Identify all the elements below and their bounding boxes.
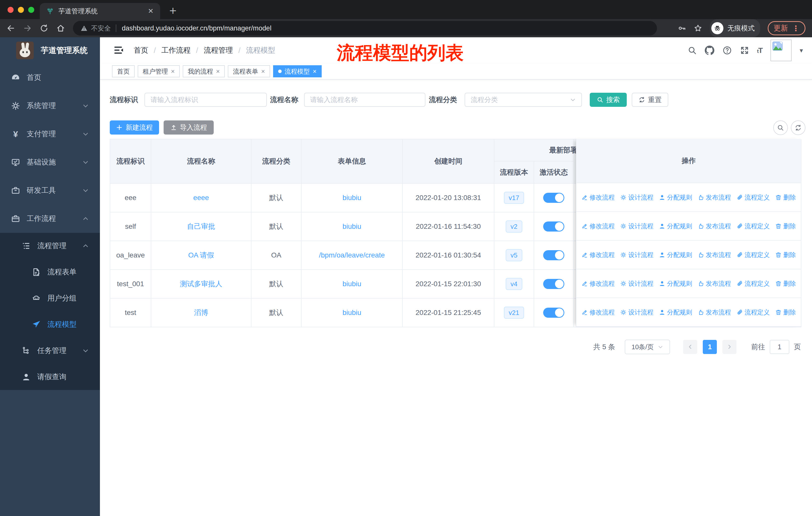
action-edit-process[interactable]: 修改流程 [581,279,615,288]
import-process-button[interactable]: 导入流程 [164,120,214,135]
maximize-window-button[interactable] [28,7,34,13]
prev-page-button[interactable]: ‹ [683,340,697,354]
cell-process-name-link[interactable]: OA 请假 [151,241,252,270]
sidebar-item-system[interactable]: 系统管理 [0,92,100,120]
key-icon[interactable] [677,24,686,32]
action-delete[interactable]: 删除 [775,222,796,230]
url-text[interactable]: dashboard.yudao.iocoder.cn/bpm/manager/m… [122,24,271,32]
tag-close-icon[interactable]: × [216,67,220,75]
action-edit-process[interactable]: 修改流程 [581,308,615,317]
action-process-definition[interactable]: 流程定义 [736,193,770,201]
cell-process-name-link[interactable]: eeee [151,184,252,212]
action-edit-process[interactable]: 修改流程 [581,222,615,230]
tag-process-model[interactable]: 流程模型 × [273,65,322,77]
filter-name-input[interactable] [304,93,425,107]
sidebar-item-infrastructure[interactable]: 基础设施 [0,148,100,176]
active-toggle[interactable] [543,308,564,318]
sidebar-item-payment[interactable]: ¥ 支付管理 [0,120,100,148]
action-design-process[interactable]: 设计流程 [620,193,654,201]
sidebar-item-task-management[interactable]: 任务管理 [0,337,100,364]
cell-form-link[interactable]: biubiu [301,299,403,327]
sidebar-item-leave-query[interactable]: 请假查询 [0,364,100,390]
action-process-definition[interactable]: 流程定义 [736,279,770,288]
avatar[interactable] [771,39,792,61]
action-process-definition[interactable]: 流程定义 [736,308,770,317]
action-edit-process[interactable]: 修改流程 [581,193,615,201]
hamburger-collapse-icon[interactable] [114,45,124,55]
filter-category-select[interactable]: 流程分类 [465,93,582,107]
hide-search-button[interactable] [773,120,788,135]
new-tab-button[interactable]: ＋ [167,2,179,18]
cell-process-name-link[interactable]: 测试多审批人 [151,270,252,299]
tag-tenant[interactable]: 租户管理 × [138,65,180,77]
fullscreen-icon[interactable] [740,46,749,55]
action-publish-process[interactable]: 发布流程 [698,308,731,317]
active-toggle[interactable] [543,193,564,203]
tag-close-icon[interactable]: × [313,67,317,75]
action-process-definition[interactable]: 流程定义 [736,222,770,230]
forward-icon[interactable] [23,24,32,32]
tag-process-form[interactable]: 流程表单 × [228,65,270,77]
tag-close-icon[interactable]: × [171,67,175,75]
action-process-definition[interactable]: 流程定义 [736,251,770,259]
action-design-process[interactable]: 设计流程 [620,308,654,317]
reset-button[interactable]: 重置 [632,93,668,107]
sidebar-item-process-model[interactable]: 流程模型 [0,311,100,337]
cell-process-name-link[interactable]: 自己审批 [151,212,252,241]
search-button[interactable]: 搜索 [590,93,627,107]
bookmark-star-icon[interactable] [694,24,702,32]
sidebar-item-process-management[interactable]: 流程管理 [0,233,100,259]
action-design-process[interactable]: 设计流程 [620,251,654,259]
refresh-table-button[interactable] [791,120,806,135]
tag-close-icon[interactable]: × [261,67,265,75]
search-icon[interactable] [688,46,697,55]
filter-key-input[interactable] [144,93,267,107]
cell-form-link[interactable]: biubiu [301,212,403,241]
action-publish-process[interactable]: 发布流程 [698,222,731,230]
cell-process-name-link[interactable]: 滔博 [151,299,252,327]
action-publish-process[interactable]: 发布流程 [698,193,731,201]
action-assign-rule[interactable]: 分配规则 [659,251,692,259]
sidebar-item-dev-tools[interactable]: 研发工具 [0,176,100,205]
sidebar-item-user-group[interactable]: 用户分组 [0,285,100,311]
action-assign-rule[interactable]: 分配规则 [659,222,692,230]
active-toggle[interactable] [543,221,564,232]
close-window-button[interactable] [7,7,13,13]
help-icon[interactable] [722,46,732,55]
action-delete[interactable]: 删除 [775,251,796,259]
cell-form-link[interactable]: /bpm/oa/leave/create [301,241,403,270]
browser-tab[interactable]: 芋道管理系统 ✕ [40,3,160,19]
update-chrome-button[interactable]: 更新 ⋮ [768,21,806,35]
action-publish-process[interactable]: 发布流程 [698,279,731,288]
action-assign-rule[interactable]: 分配规则 [659,308,692,317]
cell-form-link[interactable]: biubiu [301,270,403,299]
browser-menu-dots-icon[interactable]: ⋮ [792,24,800,33]
avatar-caret-icon[interactable]: ▾ [800,47,803,54]
next-page-button[interactable]: › [722,340,736,354]
action-delete[interactable]: 删除 [775,193,796,201]
current-page-button[interactable]: 1 [703,340,717,354]
sidebar-item-home[interactable]: 首页 [0,63,100,92]
tab-close-icon[interactable]: ✕ [148,7,153,15]
action-assign-rule[interactable]: 分配规则 [659,193,692,201]
sidebar-item-workflow[interactable]: 工作流程 [0,205,100,233]
action-assign-rule[interactable]: 分配规则 [659,279,692,288]
breadcrumb-workflow[interactable]: 工作流程 [161,45,191,55]
action-design-process[interactable]: 设计流程 [620,222,654,230]
create-process-button[interactable]: 新建流程 [110,120,159,135]
active-toggle[interactable] [543,250,564,260]
goto-page-input[interactable] [770,340,789,354]
url-bar[interactable]: 不安全 dashboard.yudao.iocoder.cn/bpm/manag… [73,21,657,35]
home-icon[interactable] [56,24,65,32]
minimize-window-button[interactable] [18,7,24,13]
active-toggle[interactable] [543,279,564,289]
action-publish-process[interactable]: 发布流程 [698,251,731,259]
font-size-icon[interactable]: tT [757,46,762,55]
reload-icon[interactable] [40,24,48,32]
action-edit-process[interactable]: 修改流程 [581,251,615,259]
action-delete[interactable]: 删除 [775,308,796,317]
back-icon[interactable] [6,24,15,32]
github-icon[interactable] [705,46,714,55]
breadcrumb-process-management[interactable]: 流程管理 [204,45,233,55]
breadcrumb-home[interactable]: 首页 [134,45,148,55]
